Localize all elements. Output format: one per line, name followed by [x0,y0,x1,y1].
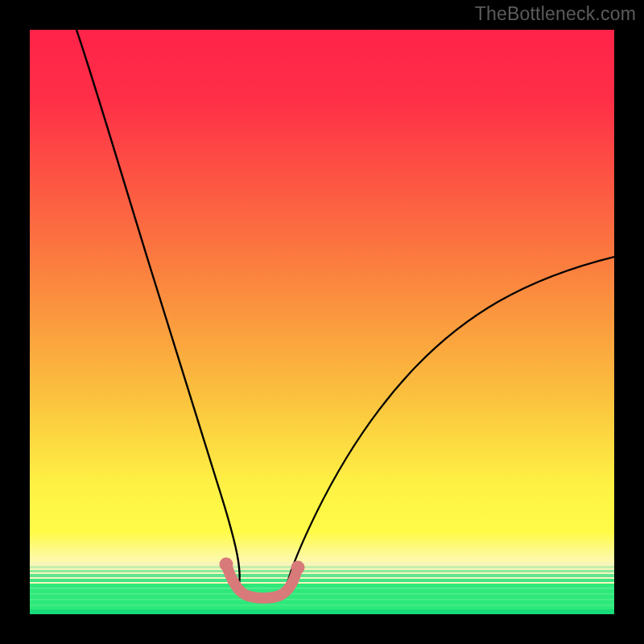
svg-rect-10 [30,605,614,605]
svg-rect-7 [30,588,614,588]
svg-rect-4 [30,579,614,582]
marker-left-endpoint [220,558,233,572]
svg-rect-2 [30,570,614,572]
watermark-text: TheBottleneck.com [475,3,636,25]
svg-rect-6 [30,609,614,614]
plot-svg [30,30,614,614]
svg-rect-3 [30,574,614,577]
chart-stage: TheBottleneck.com [0,0,644,644]
marker-right-endpoint [291,561,305,575]
plot-area [30,30,614,614]
green-band [30,562,614,614]
gradient-fill [30,30,614,614]
svg-rect-9 [30,599,614,600]
svg-rect-8 [30,593,614,594]
svg-rect-1 [30,566,614,568]
